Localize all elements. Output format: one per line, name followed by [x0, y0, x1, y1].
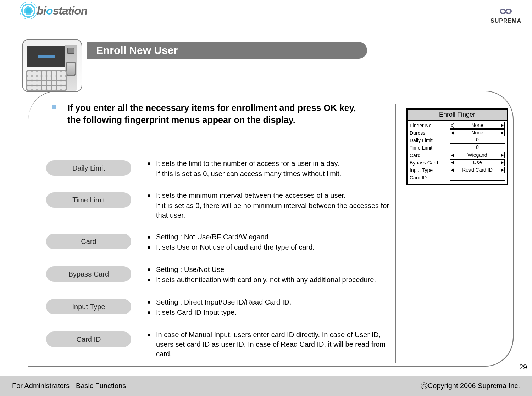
panel-value: None [450, 122, 505, 129]
panel-label: Finger No [410, 122, 450, 129]
panel-label: Card ID [410, 174, 450, 181]
panel-value-col: None None 0 0 Wiegand Use Read Card ID [450, 122, 505, 181]
option-row-input-type: Input Type Setting : Direct Input/Use ID… [46, 297, 390, 318]
suprema-logo: SUPREMA [491, 6, 521, 24]
option-desc: It sets the limit to the number of acces… [131, 159, 390, 179]
device-thumbnail [22, 39, 82, 92]
logo-mid: o [46, 4, 53, 17]
option-bullet: In case of Manual Input, users enter car… [148, 330, 390, 359]
arrow-left-icon [451, 154, 454, 157]
device-screen-icon [27, 46, 66, 67]
panel-value-text: None [471, 122, 483, 128]
option-bullet: It sets Use or Not use of card and the t… [148, 242, 390, 252]
option-desc: In case of Manual Input, users enter car… [131, 330, 390, 359]
panel-value-text: Use [473, 160, 482, 165]
logo-swirl-icon [20, 2, 37, 19]
footer-right: ⓒCopyright 2006 Suprema Inc. [421, 381, 520, 391]
logo-pre: bi [37, 4, 46, 17]
intro-bullet-icon [52, 105, 56, 109]
option-subtext: If this is set as 0, user can access man… [148, 169, 390, 179]
panel-value: 0 [450, 137, 505, 144]
option-desc: It sets the minimum interval between the… [131, 191, 390, 220]
option-bullet: It sets authentication with card only, n… [148, 275, 390, 285]
panel-label: Input Type [410, 167, 450, 174]
arrow-left-icon [451, 168, 454, 172]
page-number: 29 [514, 359, 532, 376]
option-desc: Setting : Direct Input/Use ID/Read Card … [131, 297, 390, 318]
biostation-logo: biostation [20, 2, 87, 19]
option-pill: Time Limit [46, 192, 131, 208]
panel-value-text: 0 [476, 144, 479, 150]
arrow-left-icon [451, 161, 454, 164]
option-pill: Input Type [46, 299, 131, 314]
option-pill: Daily Limit [46, 160, 131, 176]
panel-value: 0 [450, 144, 505, 151]
option-bullet: Setting : Use/Not Use [148, 265, 390, 274]
panel-value-text: Wiegand [467, 152, 487, 158]
panel-label: Bypass Card [410, 159, 450, 166]
option-row-daily-limit: Daily Limit It sets the limit to the num… [46, 159, 390, 179]
logo-word: biostation [37, 4, 87, 17]
frame-corner [484, 338, 514, 367]
option-pill: Card [46, 234, 131, 249]
panel-value: None [450, 129, 505, 136]
panel-value-text: 0 [476, 137, 479, 143]
option-row-card: Card Setting : Not Use/RF Card/Wiegand I… [46, 232, 390, 253]
intro-text: If you enter all the necessary items for… [67, 102, 362, 126]
arrow-right-icon [501, 124, 504, 127]
option-subtext: If it is set as 0, there will be no mini… [148, 201, 390, 220]
panel-value: Read Card ID [450, 167, 505, 173]
panel-title: Enroll Finger [408, 110, 507, 121]
panel-label: Duress [410, 129, 450, 136]
option-bullet: It sets Card ID Input type. [148, 308, 390, 317]
page-footer: For Administrators - Basic Functions ⓒCo… [0, 376, 532, 396]
arrow-right-icon [501, 168, 504, 172]
vertical-divider [395, 104, 396, 363]
panel-label: Time Limit [410, 144, 450, 151]
option-bullet: Setting : Direct Input/Use ID/Read Card … [148, 297, 390, 307]
option-desc: Setting : Use/Not Use It sets authentica… [131, 265, 390, 285]
option-row-card-id: Card ID In case of Manual Input, users e… [46, 330, 390, 359]
logo-post: station [52, 4, 87, 17]
option-pill: Card ID [46, 331, 131, 347]
option-row-bypass-card: Bypass Card Setting : Use/Not Use It set… [46, 265, 390, 285]
option-desc: Setting : Not Use/RF Card/Wiegand It set… [131, 232, 390, 253]
device-fingerprint-icon [66, 62, 76, 76]
section-title: Enroll New User [87, 42, 367, 59]
panel-label: Daily Limit [410, 137, 450, 144]
panel-value [450, 174, 505, 181]
option-pill: Bypass Card [46, 266, 131, 282]
infinity-icon [495, 6, 516, 16]
device-keypad-icon [26, 70, 67, 91]
brand-text: SUPREMA [491, 18, 521, 24]
arrow-right-icon [501, 161, 504, 164]
arrow-right-icon [501, 131, 504, 135]
panel-label: Card [410, 152, 450, 159]
footer-left: For Administrators - Basic Functions [12, 382, 126, 390]
option-bullet: Setting : Not Use/RF Card/Wiegand [148, 232, 390, 242]
option-bullet: It sets the limit to the number of acces… [148, 159, 390, 168]
option-row-time-limit: Time Limit It sets the minimum interval … [46, 191, 390, 220]
arrow-right-icon [501, 154, 504, 157]
device-speaker-icon [67, 48, 74, 54]
panel-label-col: Finger No Duress Daily Limit Time Limit … [410, 122, 450, 181]
arrow-left-icon [451, 131, 454, 135]
arrow-left-icon [451, 124, 454, 127]
enroll-finger-panel: Enroll Finger Finger No Duress Daily Lim… [406, 108, 508, 185]
panel-value-text: None [471, 130, 483, 135]
option-bullet: It sets the minimum interval between the… [148, 191, 390, 200]
panel-value-text: Read Card ID [462, 167, 493, 173]
panel-body: Finger No Duress Daily Limit Time Limit … [408, 121, 507, 184]
page-header: biostation SUPREMA [0, 0, 532, 28]
options-list: Daily Limit It sets the limit to the num… [46, 159, 390, 359]
panel-value: Use [450, 159, 505, 166]
panel-value: Wiegand [450, 152, 505, 158]
